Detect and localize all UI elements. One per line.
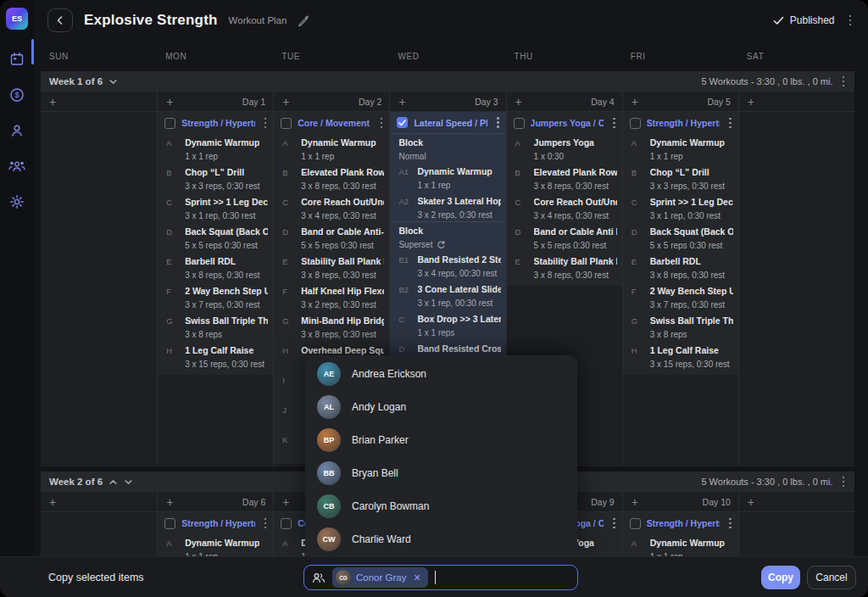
workout-card[interactable]: Jumpers Yoga / CoreAJumpers Yoga1 x 0:30… [507,112,622,286]
sidebar-item-settings[interactable] [0,189,34,215]
exercise-row[interactable]: F2 Way Bench Step Up3 x 7 reps, 0:30 res… [623,282,738,312]
sidebar-item-teams[interactable] [0,153,34,179]
recipient-input[interactable]: CG Conor Gray ✕ [303,565,578,590]
workout-checkbox[interactable] [514,118,525,129]
recipient-tag[interactable]: CG Conor Gray ✕ [332,567,428,588]
sidebar-item-athletes[interactable] [0,118,34,143]
exercise-row[interactable]: CSprint >> 1 Leg Declarations3 x 1 rep, … [623,193,738,223]
edit-pencil-icon[interactable] [298,15,309,26]
exercise-row[interactable]: BChop “L” Drill3 x 3 reps, 0:30 rest [158,164,273,193]
workout-title[interactable]: Core / Movement Q... [298,118,371,128]
add-workout-icon[interactable]: + [632,496,638,508]
back-button[interactable] [47,8,73,32]
add-workout-icon[interactable]: + [748,96,754,108]
person-option[interactable]: CWCharlie Ward [305,522,577,555]
workout-title[interactable]: Strength / Hypertro... [647,518,721,528]
person-option[interactable]: ALAndy Logan [305,390,577,423]
exercise-row[interactable]: H1 Leg Calf Raise3 x 15 reps, 0:30 rest [623,342,738,371]
exercise-row[interactable]: B23 Cone Lateral Slide3 x 1 rep, 00:30 r… [390,281,505,310]
exercise-row[interactable]: BChop “L” Drill3 x 3 reps, 0:30 rest [623,164,738,193]
workout-checkbox[interactable] [281,518,292,529]
person-option[interactable]: AEAndrea Erickson [305,357,577,390]
workout-menu-kebab-icon[interactable] [726,114,735,132]
workout-checkbox[interactable] [630,118,641,129]
workout-checkbox[interactable] [397,117,408,128]
person-option[interactable]: CBCarolyn Bowman [305,489,577,522]
exercise-row[interactable]: DBack Squat (Back Off Set)5 x 5 reps 0:3… [623,223,738,253]
add-workout-icon[interactable]: + [49,496,56,508]
workout-card[interactable]: Lateral Speed / PlyoBlockNormalA1Dynamic… [390,112,505,373]
exercise-row[interactable]: EStability Ball Plank Linear ...3 x 8 re… [507,253,622,282]
exercise-row[interactable]: CBox Drop >> 3 Lateral H...1 x 1 reps [390,310,505,340]
week-menu-kebab-icon[interactable] [839,473,849,491]
cancel-button[interactable]: Cancel [807,566,856,589]
add-workout-icon[interactable]: + [748,496,754,508]
exercise-row[interactable]: EBarbell RDL3 x 8 reps, 0:30 rest [158,253,273,282]
workout-checkbox[interactable] [630,518,641,529]
add-workout-icon[interactable]: + [166,496,173,508]
exercise-row[interactable]: CCore Reach Out/Under3 x 4 reps, 0:30 re… [274,193,389,223]
chevron-down-icon[interactable] [108,77,118,86]
exercise-row[interactable]: H1 Leg Calf Raise3 x 15 reps, 0:30 rest [158,342,273,371]
exercise-row[interactable]: DBack Squat (Back Off Set)5 x 5 reps 0:3… [158,223,273,253]
add-workout-icon[interactable]: + [282,96,289,108]
remove-recipient-icon[interactable]: ✕ [411,572,420,583]
workout-menu-kebab-icon[interactable] [261,114,270,132]
sidebar-item-payments[interactable]: $ [0,82,34,108]
person-option[interactable]: BPBrian Parker [305,423,577,456]
add-workout-icon[interactable]: + [166,96,173,108]
exercise-row[interactable]: A1Dynamic Warmup1 x 1 rep [390,163,505,192]
workout-card[interactable]: Strength / Hypertro...ADynamic Warmup1 x… [158,112,273,375]
exercise-row[interactable]: CCore Reach Out/Under3 x 4 reps, 0:30 re… [507,193,622,223]
exercise-row[interactable]: ADynamic Warmup1 x 1 rep [274,134,389,164]
workout-title[interactable]: Strength / Hypertro... [647,118,721,128]
exercise-row[interactable]: GSwiss Ball Triple Threat3 x 8 reps [623,312,738,342]
workout-checkbox[interactable] [164,518,175,529]
workout-checkbox[interactable] [164,118,175,129]
chevron-down-icon[interactable] [124,477,133,487]
plan-menu-kebab-icon[interactable] [846,12,855,30]
add-workout-icon[interactable]: + [632,96,638,108]
exercise-row[interactable]: DBand or Cable Anti-Rotati...5 x 5 reps … [274,223,389,253]
exercise-row[interactable]: EStability Ball Plank Linear ...3 x 8 re… [274,253,389,282]
workout-menu-kebab-icon[interactable] [726,515,735,533]
exercise-row[interactable]: ADynamic Warmup1 x 1 rep [158,134,273,164]
app-logo[interactable]: ES [6,8,28,30]
workout-menu-kebab-icon[interactable] [493,114,503,131]
exercise-row[interactable]: ADynamic Warmup1 x 1 rep [623,534,738,556]
add-workout-icon[interactable]: + [49,96,56,108]
workout-menu-kebab-icon[interactable] [609,114,619,132]
workout-card[interactable]: Strength / Hypertro...ADynamic Warmup1 x… [158,512,273,556]
person-option[interactable]: BBBryan Bell [305,456,577,489]
exercise-row[interactable]: ADynamic Warmup1 x 1 rep [158,534,273,556]
workout-title[interactable]: Strength / Hypertro... [181,118,255,128]
workout-title[interactable]: Lateral Speed / Plyo [414,118,487,128]
exercise-row[interactable]: A2Skater 3 Lateral Hops >> ...3 x 2 reps… [390,192,505,222]
workout-title[interactable]: Jumpers Yoga / Core [531,118,604,128]
add-workout-icon[interactable]: + [282,496,289,508]
workout-card[interactable]: Strength / Hypertro...ADynamic Warmup1 x… [623,512,738,556]
exercise-row[interactable]: F2 Way Bench Step Up3 x 7 reps, 0:30 res… [158,282,273,312]
workout-menu-kebab-icon[interactable] [377,114,387,132]
exercise-row[interactable]: B1Band Resisted 2 Step Late...3 x 4 reps… [390,251,505,281]
exercise-row[interactable]: GMini-Band Hip Bridge w/ ...3 x 8 reps, … [274,312,389,342]
workout-menu-kebab-icon[interactable] [609,515,619,533]
week-menu-kebab-icon[interactable] [839,73,849,91]
exercise-row[interactable]: EBarbell RDL3 x 8 reps, 0:30 rest [623,253,738,282]
exercise-row[interactable]: AJumpers Yoga1 x 0:30 [507,134,622,164]
workout-menu-kebab-icon[interactable] [261,515,270,533]
exercise-row[interactable]: ADynamic Warmup1 x 1 rep [623,134,738,164]
workout-title[interactable]: Strength / Hypertro... [181,518,255,528]
sidebar-item-calendar[interactable] [0,47,34,72]
exercise-row[interactable]: BElevated Plank Row3 x 8 reps, 0:30 rest [274,164,389,193]
workout-checkbox[interactable] [281,118,292,129]
add-workout-icon[interactable]: + [398,96,405,108]
workout-card[interactable]: Strength / Hypertro...ADynamic Warmup1 x… [623,112,738,375]
copy-button[interactable]: Copy [761,566,800,589]
exercise-row[interactable]: DBand or Cable Anti Rotati...5 x 5 reps … [507,223,622,253]
exercise-row[interactable]: FHalf Kneel Hip Flexor Rais...3 x 2 reps… [274,282,389,312]
exercise-row[interactable]: CSprint >> 1 Leg Declarations3 x 1 rep, … [158,193,273,223]
add-workout-icon[interactable]: + [515,96,522,108]
exercise-row[interactable]: BElevated Plank Row3 x 8 reps, 0:30 rest [507,164,622,193]
exercise-row[interactable]: GSwiss Ball Triple Threat3 x 8 reps [158,312,273,342]
